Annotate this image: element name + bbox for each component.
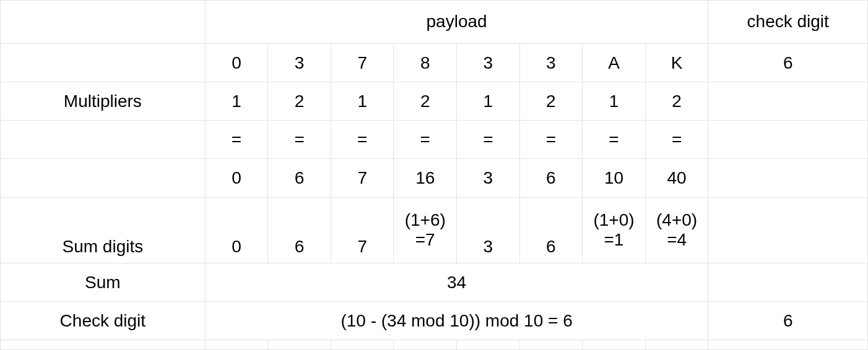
equals-cell: = <box>519 121 583 159</box>
empty-cell <box>1 121 206 159</box>
equals-cell: = <box>331 121 394 159</box>
empty-cell <box>583 340 646 350</box>
empty-cell <box>394 340 457 350</box>
product-cell: 6 <box>519 159 583 197</box>
payload-digit: 8 <box>394 43 457 82</box>
payload-header: payload <box>205 1 708 44</box>
check-digit-result: 6 <box>708 302 868 340</box>
equals-cell: = <box>268 121 331 159</box>
check-digit-header: check digit <box>708 1 868 44</box>
spreadsheet-grid: payload check digit 0 3 7 8 3 3 A K 6 Mu… <box>0 0 868 350</box>
product-cell: 7 <box>331 159 394 197</box>
empty-cell <box>268 340 331 350</box>
product-cell: 40 <box>645 159 708 197</box>
empty-cell <box>708 340 868 350</box>
check-digit-table: payload check digit 0 3 7 8 3 3 A K 6 Mu… <box>0 0 868 350</box>
product-cell: 16 <box>394 159 457 197</box>
multiplier-cell: 2 <box>645 82 708 121</box>
empty-cell <box>708 159 868 197</box>
multipliers-label: Multipliers <box>1 82 206 121</box>
multiplier-cell: 2 <box>268 82 331 121</box>
payload-digit: 7 <box>331 43 394 82</box>
payload-digit: 3 <box>519 43 583 82</box>
sum-digit-cell: 7 <box>331 197 394 263</box>
equals-row: = = = = = = = = <box>1 121 868 159</box>
multiplier-cell: 1 <box>457 82 520 121</box>
multiplier-cell: 2 <box>519 82 583 121</box>
sum-row: Sum 34 <box>1 263 868 302</box>
sum-digit-cell: 3 <box>457 197 520 263</box>
check-digit-formula: (10 - (34 mod 10)) mod 10 = 6 <box>205 302 708 340</box>
equals-cell: = <box>205 121 268 159</box>
product-cell: 3 <box>457 159 520 197</box>
sum-digits-label: Sum digits <box>1 197 206 263</box>
sum-digit-cell: (1+0) =1 <box>583 197 646 263</box>
sum-digits-row: Sum digits 0 6 7 (1+6) =7 3 6 (1+0) =1 (… <box>1 197 868 263</box>
check-digit-row: Check digit (10 - (34 mod 10)) mod 10 = … <box>1 302 868 340</box>
check-digit-label: Check digit <box>1 302 206 340</box>
multiplier-cell: 1 <box>583 82 646 121</box>
given-check-digit: 6 <box>708 43 868 82</box>
multiplier-cell: 2 <box>394 82 457 121</box>
sum-value: 34 <box>205 263 708 302</box>
products-row: 0 6 7 16 3 6 10 40 <box>1 159 868 197</box>
empty-cell <box>519 340 583 350</box>
payload-row-label <box>1 43 206 82</box>
payload-digit: 0 <box>205 43 268 82</box>
empty-cell <box>457 340 520 350</box>
sum-digit-cell: 6 <box>268 197 331 263</box>
trailing-row <box>1 340 868 350</box>
equals-cell: = <box>645 121 708 159</box>
payload-digit: A <box>583 43 646 82</box>
payload-digit: 3 <box>268 43 331 82</box>
empty-cell <box>708 263 868 302</box>
sum-digit-cell: 6 <box>519 197 583 263</box>
empty-cell <box>1 159 206 197</box>
equals-cell: = <box>457 121 520 159</box>
multiplier-cell: 1 <box>205 82 268 121</box>
equals-cell: = <box>583 121 646 159</box>
empty-cell <box>708 82 868 121</box>
empty-cell <box>331 340 394 350</box>
product-cell: 0 <box>205 159 268 197</box>
product-cell: 10 <box>583 159 646 197</box>
empty-cell <box>205 340 268 350</box>
payload-digits-row: 0 3 7 8 3 3 A K 6 <box>1 43 868 82</box>
payload-digit: K <box>645 43 708 82</box>
equals-cell: = <box>394 121 457 159</box>
payload-digit: 3 <box>457 43 520 82</box>
sum-digit-cell: (4+0) =4 <box>645 197 708 263</box>
product-cell: 6 <box>268 159 331 197</box>
header-empty <box>1 1 206 44</box>
empty-cell <box>708 197 868 263</box>
header-row: payload check digit <box>1 1 868 44</box>
multiplier-cell: 1 <box>331 82 394 121</box>
multipliers-row: Multipliers 1 2 1 2 1 2 1 2 <box>1 82 868 121</box>
sum-digit-cell: 0 <box>205 197 268 263</box>
sum-label: Sum <box>1 263 206 302</box>
empty-cell <box>708 121 868 159</box>
empty-cell <box>645 340 708 350</box>
sum-digit-cell: (1+6) =7 <box>394 197 457 263</box>
empty-cell <box>1 340 206 350</box>
